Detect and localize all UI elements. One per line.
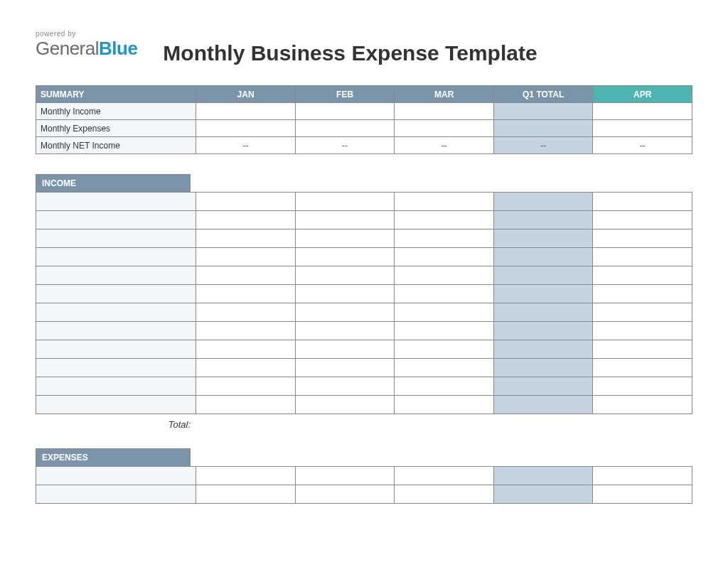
cell[interactable] <box>196 359 296 377</box>
cell-label[interactable] <box>36 266 196 285</box>
cell-label[interactable] <box>36 322 196 340</box>
cell[interactable] <box>295 266 395 285</box>
cell[interactable] <box>295 103 395 120</box>
cell[interactable] <box>196 377 296 396</box>
cell[interactable] <box>295 229 395 248</box>
cell-label[interactable] <box>36 467 196 485</box>
cell[interactable] <box>395 193 494 211</box>
table-row <box>36 340 692 359</box>
cell[interactable] <box>593 303 692 322</box>
cell[interactable] <box>593 467 692 485</box>
cell[interactable] <box>295 193 395 211</box>
cell[interactable] <box>395 485 494 504</box>
cell[interactable] <box>395 322 494 340</box>
cell[interactable] <box>395 467 494 485</box>
cell[interactable] <box>196 285 296 303</box>
cell-q1 <box>493 322 593 340</box>
row-label: Monthly Expenses <box>36 120 196 137</box>
cell[interactable] <box>395 211 494 229</box>
cell-label[interactable] <box>36 193 196 211</box>
cell[interactable] <box>295 485 395 504</box>
cell[interactable] <box>196 193 296 211</box>
cell-q1 <box>493 485 593 504</box>
table-row <box>36 285 692 303</box>
cell: -- <box>196 137 296 154</box>
col-feb: FEB <box>295 86 395 103</box>
cell-label[interactable] <box>36 340 196 359</box>
income-total-label: Total: <box>36 417 191 430</box>
cell[interactable] <box>295 303 395 322</box>
cell[interactable] <box>295 322 395 340</box>
table-row <box>36 248 692 266</box>
cell[interactable] <box>295 359 395 377</box>
cell[interactable] <box>593 359 692 377</box>
cell[interactable] <box>593 103 692 120</box>
cell-q1 <box>493 229 593 248</box>
expenses-header: EXPENSES <box>36 448 191 466</box>
cell[interactable] <box>395 120 494 137</box>
table-row <box>36 211 692 229</box>
page-title: Monthly Business Expense Template <box>163 28 692 65</box>
cell[interactable] <box>395 285 494 303</box>
cell[interactable] <box>593 285 692 303</box>
cell[interactable] <box>196 266 296 285</box>
cell[interactable] <box>395 340 494 359</box>
cell[interactable] <box>395 303 494 322</box>
cell[interactable] <box>295 248 395 266</box>
cell[interactable] <box>593 340 692 359</box>
cell-label[interactable] <box>36 303 196 322</box>
cell[interactable] <box>295 340 395 359</box>
cell[interactable] <box>395 266 494 285</box>
cell[interactable] <box>196 322 296 340</box>
cell[interactable] <box>196 229 296 248</box>
header: powered by GeneralBlue Monthly Business … <box>36 28 692 65</box>
cell[interactable] <box>593 322 692 340</box>
cell[interactable] <box>196 467 296 485</box>
cell[interactable] <box>593 229 692 248</box>
cell[interactable] <box>196 120 296 137</box>
cell[interactable] <box>395 359 494 377</box>
summary-row: Monthly Expenses <box>36 120 692 137</box>
cell-q1 <box>493 359 593 377</box>
cell-label[interactable] <box>36 229 196 248</box>
cell[interactable] <box>395 396 494 414</box>
cell-q1 <box>493 193 593 211</box>
cell[interactable] <box>295 211 395 229</box>
cell[interactable] <box>196 303 296 322</box>
cell[interactable] <box>196 103 296 120</box>
cell[interactable] <box>395 377 494 396</box>
cell[interactable] <box>395 103 494 120</box>
cell-label[interactable] <box>36 285 196 303</box>
cell[interactable] <box>196 485 296 504</box>
cell-q1 <box>493 396 593 414</box>
cell[interactable] <box>593 248 692 266</box>
cell[interactable] <box>196 248 296 266</box>
cell-label[interactable] <box>36 377 196 396</box>
cell[interactable] <box>593 377 692 396</box>
cell[interactable] <box>395 229 494 248</box>
cell[interactable] <box>196 396 296 414</box>
cell[interactable] <box>593 120 692 137</box>
cell[interactable] <box>593 266 692 285</box>
cell[interactable] <box>196 340 296 359</box>
cell[interactable] <box>395 248 494 266</box>
cell[interactable] <box>593 485 692 504</box>
cell-q1 <box>493 377 593 396</box>
table-row <box>36 303 692 322</box>
cell-label[interactable] <box>36 485 196 504</box>
cell-label[interactable] <box>36 211 196 229</box>
cell-label[interactable] <box>36 396 196 414</box>
cell[interactable] <box>295 377 395 396</box>
cell[interactable] <box>295 285 395 303</box>
cell-label[interactable] <box>36 359 196 377</box>
cell[interactable] <box>295 396 395 414</box>
cell[interactable] <box>593 211 692 229</box>
cell[interactable] <box>593 396 692 414</box>
cell[interactable] <box>295 120 395 137</box>
col-mar: MAR <box>395 86 494 103</box>
cell-label[interactable] <box>36 248 196 266</box>
cell[interactable] <box>196 211 296 229</box>
summary-row: Monthly NET Income -- -- -- -- -- <box>36 137 692 154</box>
cell[interactable] <box>593 193 692 211</box>
cell[interactable] <box>295 467 395 485</box>
